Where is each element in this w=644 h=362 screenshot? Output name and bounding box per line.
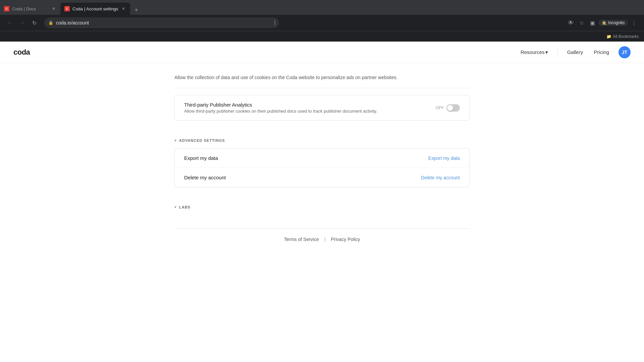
third-party-analytics-card: Third-party Publisher Analytics Allow th… (174, 95, 470, 121)
incognito-label: Incognito (608, 20, 625, 25)
user-avatar[interactable]: JT (619, 46, 631, 58)
advanced-settings-header: ▾ ADVANCED SETTINGS (174, 129, 470, 148)
tab-docs-title: Coda | Docs (12, 6, 36, 11)
labs-header: ▾ LABS (174, 195, 470, 215)
toggle-thumb (447, 105, 453, 111)
refresh-icon: ↻ (32, 20, 37, 26)
sidebar-icon[interactable]: ▣ (588, 18, 597, 27)
advanced-settings-title: ADVANCED SETTINGS (179, 138, 225, 142)
footer: Terms of Service | Privacy Policy (174, 228, 470, 250)
browser-tabs: C Coda | Docs ✕ C Coda | Account setting… (0, 0, 644, 15)
navbar-divider (557, 48, 558, 56)
navbar-right: Resources ▾ Gallery Pricing JT (517, 46, 631, 58)
delete-account-link[interactable]: Delete my account (421, 175, 460, 180)
forward-button[interactable]: → (17, 18, 27, 27)
third-party-analytics-title: Third-party Publisher Analytics (184, 102, 436, 108)
new-tab-button[interactable]: + (131, 5, 141, 15)
pricing-link[interactable]: Pricing (590, 47, 613, 57)
forward-icon: → (19, 20, 25, 26)
bookmarks-bar: 📁 All Bookmarks (0, 31, 644, 42)
resources-label: Resources (521, 49, 545, 55)
export-data-label: Export my data (184, 155, 428, 161)
tab-account-title: Coda | Account settings (72, 6, 118, 11)
export-data-link[interactable]: Export my data (428, 156, 460, 161)
site-logo[interactable]: coda (13, 48, 30, 57)
incognito-icon: 🕵 (602, 20, 607, 25)
all-bookmarks[interactable]: 📁 All Bookmarks (606, 34, 639, 39)
advanced-settings-collapse-icon[interactable]: ▾ (174, 138, 176, 143)
cookie-description: Allow the collection of data and use of … (174, 63, 470, 88)
third-party-analytics-desc: Allow third-party publisher cookies on t… (184, 109, 436, 114)
refresh-button[interactable]: ↻ (30, 18, 39, 27)
tab-docs[interactable]: C Coda | Docs ✕ (0, 3, 60, 15)
toggle-container: OFF (436, 104, 460, 112)
page: coda Resources ▾ Gallery Pricing JT Allo… (0, 42, 644, 362)
cookie-description-text: Allow the collection of data and use of … (174, 74, 470, 81)
labs-section: ▾ LABS (174, 195, 470, 215)
tab-docs-close[interactable]: ✕ (51, 6, 56, 11)
footer-separator: | (324, 237, 326, 242)
tab-account-close[interactable]: ✕ (121, 6, 126, 11)
gallery-link[interactable]: Gallery (563, 47, 587, 57)
third-party-analytics-row: Third-party Publisher Analytics Allow th… (175, 95, 469, 120)
tab-account[interactable]: C Coda | Account settings ✕ (60, 3, 130, 15)
folder-icon: 📁 (606, 34, 611, 39)
browser-actions: 👁 ☆ ▣ 🕵 Incognito ⋮ (566, 18, 639, 27)
address-cursor (275, 20, 275, 25)
delete-account-label: Delete my account (184, 175, 421, 180)
delete-account-row: Delete my account Delete my account (175, 168, 469, 187)
eye-slash-icon[interactable]: 👁 (566, 18, 576, 27)
privacy-policy-link[interactable]: Privacy Policy (331, 237, 360, 242)
back-button[interactable]: ← (5, 18, 15, 27)
third-party-toggle[interactable] (446, 104, 460, 112)
address-url: coda.io/account (56, 20, 272, 25)
tab-account-favicon: C (64, 6, 70, 11)
main-content: Allow the collection of data and use of … (161, 63, 483, 270)
browser-toolbar: ← → ↻ 🔒 coda.io/account 👁 ☆ ▣ 🕵 Incognit… (0, 15, 644, 31)
browser-chrome: C Coda | Docs ✕ C Coda | Account setting… (0, 0, 644, 42)
resources-menu[interactable]: Resources ▾ (517, 47, 552, 57)
labs-title: LABS (179, 205, 191, 209)
export-data-row: Export my data Export my data (175, 148, 469, 168)
terms-of-service-link[interactable]: Terms of Service (284, 237, 319, 242)
address-bar[interactable]: 🔒 coda.io/account (44, 17, 279, 28)
advanced-settings-card: Export my data Export my data Delete my … (174, 148, 470, 187)
bookmarks-label: All Bookmarks (613, 34, 639, 39)
lock-icon: 🔒 (48, 20, 53, 25)
labs-collapse-icon[interactable]: ▾ (174, 205, 176, 209)
advanced-settings-section: ▾ ADVANCED SETTINGS Export my data Expor… (174, 129, 470, 187)
resources-chevron: ▾ (545, 49, 548, 55)
tab-docs-favicon: C (4, 6, 9, 11)
navbar: coda Resources ▾ Gallery Pricing JT (0, 42, 644, 63)
back-icon: ← (7, 20, 13, 26)
toggle-off-label: OFF (436, 106, 444, 110)
bookmark-star-icon[interactable]: ☆ (577, 18, 586, 27)
third-party-analytics-content: Third-party Publisher Analytics Allow th… (184, 102, 436, 114)
more-menu-icon[interactable]: ⋮ (629, 18, 639, 27)
incognito-badge[interactable]: 🕵 Incognito (598, 20, 628, 26)
